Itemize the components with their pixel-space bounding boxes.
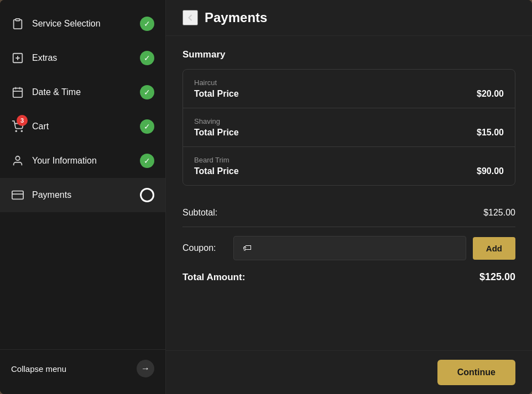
- card-label-beard-trim: Total Price: [194, 166, 239, 176]
- card-label-haircut: Total Price: [194, 89, 239, 99]
- plus-square-icon: [11, 51, 24, 65]
- modal: Service Selection ✓ Extras ✓: [0, 0, 532, 394]
- subtotal-value: $125.00: [483, 208, 515, 218]
- page-title: Payments: [205, 10, 267, 25]
- svg-rect-4: [13, 88, 23, 98]
- sidebar-item-cart[interactable]: 3 Cart ✓: [0, 109, 165, 144]
- main-header: Payments: [166, 0, 532, 36]
- sidebar-item-payments-label: Payments: [32, 190, 140, 200]
- arrow-right-icon: →: [137, 360, 154, 377]
- sidebar-item-date-time-label: Date & Time: [32, 87, 140, 97]
- clipboard-icon: [11, 17, 24, 30]
- checkmark-icon-date-time: ✓: [140, 85, 154, 99]
- sidebar-item-payments[interactable]: Payments: [0, 178, 165, 212]
- active-step-icon: [140, 188, 154, 202]
- sidebar-item-service-selection-label: Service Selection: [32, 19, 140, 29]
- collapse-menu-button[interactable]: Collapse menu →: [0, 349, 165, 387]
- sidebar-item-cart-label: Cart: [32, 122, 140, 132]
- sidebar-item-service-selection[interactable]: Service Selection ✓: [0, 7, 165, 41]
- subtotal-label: Subtotal:: [182, 208, 217, 218]
- card-row-haircut: Total Price $20.00: [194, 89, 504, 99]
- card-label-shaving: Total Price: [194, 128, 239, 138]
- checkmark-icon-extras: ✓: [140, 51, 154, 65]
- summary-cards: Haircut Total Price $20.00 Shaving Total…: [182, 69, 515, 186]
- checkmark-icon-service-selection: ✓: [140, 17, 154, 31]
- total-label: Total Amount:: [182, 272, 245, 283]
- svg-point-10: [15, 156, 19, 160]
- main-content: Summary Haircut Total Price $20.00 Shavi…: [166, 36, 532, 350]
- svg-point-9: [21, 130, 22, 132]
- person-icon: [11, 154, 24, 167]
- coupon-add-button[interactable]: Add: [473, 237, 515, 260]
- card-price-haircut: $20.00: [477, 89, 504, 99]
- checkmark-icon-cart: ✓: [140, 119, 154, 134]
- coupon-label: Coupon:: [182, 243, 227, 253]
- sidebar: Service Selection ✓ Extras ✓: [0, 0, 166, 394]
- svg-rect-11: [12, 191, 23, 199]
- card-service-name-beard-trim: Beard Trim: [194, 156, 504, 164]
- credit-card-icon: [11, 188, 24, 202]
- calendar-icon: [11, 86, 24, 99]
- checkmark-icon-your-information: ✓: [140, 154, 154, 168]
- card-service-name-haircut: Haircut: [194, 78, 504, 87]
- main-panel: Payments Summary Haircut Total Price $20…: [166, 0, 532, 394]
- card-row-beard-trim: Total Price $90.00: [194, 166, 504, 176]
- sidebar-item-date-time[interactable]: Date & Time ✓: [0, 75, 165, 109]
- total-value: $125.00: [479, 271, 515, 283]
- cart-badge: 3: [17, 115, 28, 126]
- summary-title: Summary: [182, 49, 515, 60]
- card-row-shaving: Total Price $15.00: [194, 128, 504, 138]
- svg-rect-0: [15, 19, 19, 21]
- card-price-beard-trim: $90.00: [477, 166, 504, 176]
- sidebar-item-extras[interactable]: Extras ✓: [0, 41, 165, 75]
- summary-card-haircut: Haircut Total Price $20.00: [183, 70, 515, 108]
- sidebar-item-your-information[interactable]: Your Information ✓: [0, 144, 165, 178]
- sidebar-item-your-information-label: Your Information: [32, 156, 140, 166]
- subtotal-row: Subtotal: $125.00: [182, 199, 515, 227]
- sidebar-item-extras-label: Extras: [32, 53, 140, 63]
- coupon-row: Coupon: Add: [182, 236, 515, 260]
- card-service-name-shaving: Shaving: [194, 117, 504, 125]
- collapse-menu-label: Collapse menu: [11, 364, 66, 374]
- summary-card-shaving: Shaving Total Price $15.00: [183, 108, 515, 147]
- continue-button[interactable]: Continue: [437, 360, 515, 385]
- coupon-input[interactable]: [233, 236, 466, 260]
- card-price-shaving: $15.00: [477, 128, 504, 138]
- main-footer: Continue: [166, 350, 532, 394]
- total-row: Total Amount: $125.00: [182, 271, 515, 283]
- back-button[interactable]: [182, 10, 198, 25]
- svg-point-8: [15, 130, 17, 132]
- summary-card-beard-trim: Beard Trim Total Price $90.00: [183, 147, 515, 185]
